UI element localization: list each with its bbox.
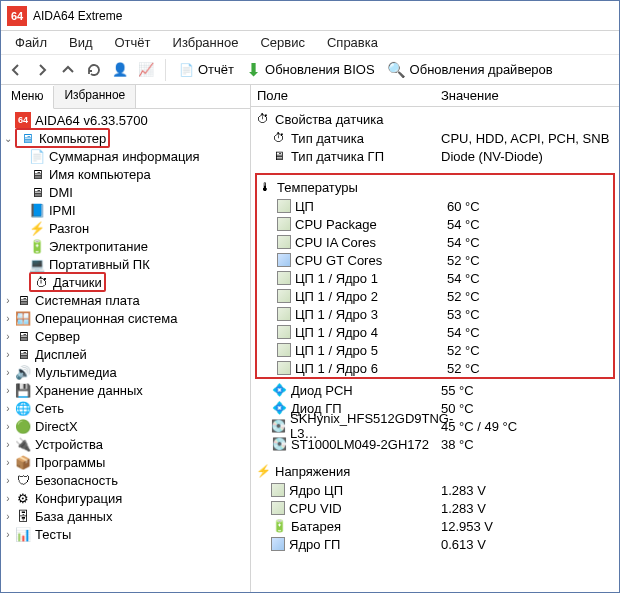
expand-icon[interactable]: › [1, 529, 15, 540]
tree-sensors[interactable]: ⏱ Датчики [1, 273, 251, 291]
up-button[interactable] [57, 59, 79, 81]
tree-item[interactable]: 🖥DMI [1, 183, 251, 201]
tree-item[interactable]: 📄Суммарная информация [1, 147, 251, 165]
data-row[interactable]: Ядро ГП0.613 V [251, 535, 619, 553]
data-row[interactable]: ЦП 1 / Ядро 252 °C [257, 287, 613, 305]
expand-icon[interactable]: › [1, 421, 15, 432]
menubar: Файл Вид Отчёт Избранное Сервис Справка [1, 31, 619, 55]
data-row[interactable]: CPU GT Cores52 °C [257, 251, 613, 269]
tree-item[interactable]: ›🖥Дисплей [1, 345, 251, 363]
data-row[interactable]: CPU IA Cores54 °C [257, 233, 613, 251]
tree-item[interactable]: 🖥Имя компьютера [1, 165, 251, 183]
tree-item[interactable]: ›🔊Мультимедиа [1, 363, 251, 381]
data-row[interactable]: ЦП 1 / Ядро 154 °C [257, 269, 613, 287]
data-row[interactable]: ЦП 1 / Ядро 552 °C [257, 341, 613, 359]
menu-report[interactable]: Отчёт [109, 33, 157, 52]
expand-icon[interactable]: › [1, 403, 15, 414]
collapse-icon[interactable]: ⌄ [1, 133, 15, 144]
expand-icon[interactable]: › [1, 331, 15, 342]
tree-item[interactable]: ›💾Хранение данных [1, 381, 251, 399]
data-row[interactable]: ЦП 1 / Ядро 454 °C [257, 323, 613, 341]
menu-view[interactable]: Вид [63, 33, 99, 52]
expand-icon[interactable]: › [1, 475, 15, 486]
tree-item[interactable]: ›🪟Операционная система [1, 309, 251, 327]
tree-label: Хранение данных [35, 383, 143, 398]
tree-item[interactable]: ⚡Разгон [1, 219, 251, 237]
tree-item[interactable]: ›🌐Сеть [1, 399, 251, 417]
refresh-button[interactable] [83, 59, 105, 81]
data-row[interactable]: 🔋Батарея12.953 V [251, 517, 619, 535]
row-label: ST1000LM049-2GH172 [291, 437, 429, 452]
data-row[interactable]: Ядро ЦП1.283 V [251, 481, 619, 499]
row-icon: 🖥 [271, 148, 287, 164]
row-value: 52 °C [447, 343, 613, 358]
menu-file[interactable]: Файл [9, 33, 53, 52]
data-row[interactable]: 💽ST1000LM049-2GH17238 °C [251, 435, 619, 453]
row-value: 55 °C [441, 383, 619, 398]
expand-icon[interactable]: › [1, 493, 15, 504]
tree-item[interactable]: ›📦Программы [1, 453, 251, 471]
menu-help[interactable]: Справка [321, 33, 384, 52]
tree[interactable]: 64 AIDA64 v6.33.5700 ⌄ 🖥 Компьютер 📄Сумм… [1, 109, 251, 592]
tree-item[interactable]: ›🛡Безопасность [1, 471, 251, 489]
tree-root[interactable]: 64 AIDA64 v6.33.5700 [1, 111, 251, 129]
col-field[interactable]: Поле [251, 88, 441, 103]
row-icon [271, 501, 285, 515]
expand-icon[interactable]: › [1, 367, 15, 378]
tree-item[interactable]: 📘IPMI [1, 201, 251, 219]
expand-icon[interactable]: › [1, 439, 15, 450]
col-value[interactable]: Значение [441, 88, 619, 103]
data-row[interactable]: ЦП 1 / Ядро 353 °C [257, 305, 613, 323]
row-label: Ядро ГП [289, 537, 340, 552]
expand-icon[interactable]: › [1, 295, 15, 306]
forward-button[interactable] [31, 59, 53, 81]
tab-favorites[interactable]: Избранное [54, 85, 136, 108]
data-row[interactable]: ЦП 1 / Ядро 652 °C [257, 359, 613, 377]
data-row[interactable]: 💠Диод PCH55 °C [251, 381, 619, 399]
tree-item[interactable]: ›🖥Сервер [1, 327, 251, 345]
tree-icon: ⚡ [29, 220, 45, 236]
data-row[interactable]: 💽SKHynix_HFS512GD9TNG-L3…45 °C / 49 °C [251, 417, 619, 435]
chart-button[interactable]: 📈 [135, 59, 157, 81]
back-button[interactable] [5, 59, 27, 81]
row-label: Ядро ЦП [289, 483, 343, 498]
tree-icon: 🛡 [15, 472, 31, 488]
data-row[interactable]: 🖥Тип датчика ГПDiode (NV-Diode) [251, 147, 619, 165]
row-icon [277, 199, 291, 213]
expand-icon[interactable]: › [1, 511, 15, 522]
row-label: ЦП 1 / Ядро 2 [295, 289, 378, 304]
data-row[interactable]: CPU Package54 °C [257, 215, 613, 233]
tree-computer[interactable]: ⌄ 🖥 Компьютер [1, 129, 251, 147]
tree-icon: 📊 [15, 526, 31, 542]
tree-icon: ⚙ [15, 490, 31, 506]
tree-item[interactable]: ›📊Тесты [1, 525, 251, 543]
monitor-icon: 🖥 [19, 130, 35, 146]
bios-updates-button[interactable]: ⬇ Обновления BIOS [242, 61, 379, 79]
row-icon [277, 217, 291, 231]
menu-service[interactable]: Сервис [254, 33, 311, 52]
tree-item[interactable]: 💻Портативный ПК [1, 255, 251, 273]
tree-item[interactable]: ›🔌Устройства [1, 435, 251, 453]
tree-icon: 🗄 [15, 508, 31, 524]
tree-item[interactable]: ›🖥Системная плата [1, 291, 251, 309]
row-icon: 💽 [271, 436, 287, 452]
users-button[interactable]: 👤 [109, 59, 131, 81]
expand-icon[interactable]: › [1, 349, 15, 360]
tree-item[interactable]: 🔋Электропитание [1, 237, 251, 255]
data-row[interactable]: CPU VID1.283 V [251, 499, 619, 517]
driver-updates-button[interactable]: 🔍 Обновления драйверов [383, 61, 557, 79]
tab-menu[interactable]: Меню [1, 86, 54, 109]
report-button[interactable]: 📄 Отчёт [174, 62, 238, 78]
tree-item[interactable]: ›🟢DirectX [1, 417, 251, 435]
group-temps: 🌡 Температуры [257, 179, 613, 195]
data-row[interactable]: ⏱Тип датчикаCPU, HDD, ACPI, PCH, SNB [251, 129, 619, 147]
expand-icon[interactable]: › [1, 457, 15, 468]
tree-item[interactable]: ›🗄База данных [1, 507, 251, 525]
expand-icon[interactable]: › [1, 313, 15, 324]
group-voltages: ⚡ Напряжения [255, 463, 619, 479]
menu-favorites[interactable]: Избранное [167, 33, 245, 52]
expand-icon[interactable]: › [1, 385, 15, 396]
tree-label: Безопасность [35, 473, 118, 488]
tree-item[interactable]: ›⚙Конфигурация [1, 489, 251, 507]
data-row[interactable]: ЦП60 °C [257, 197, 613, 215]
